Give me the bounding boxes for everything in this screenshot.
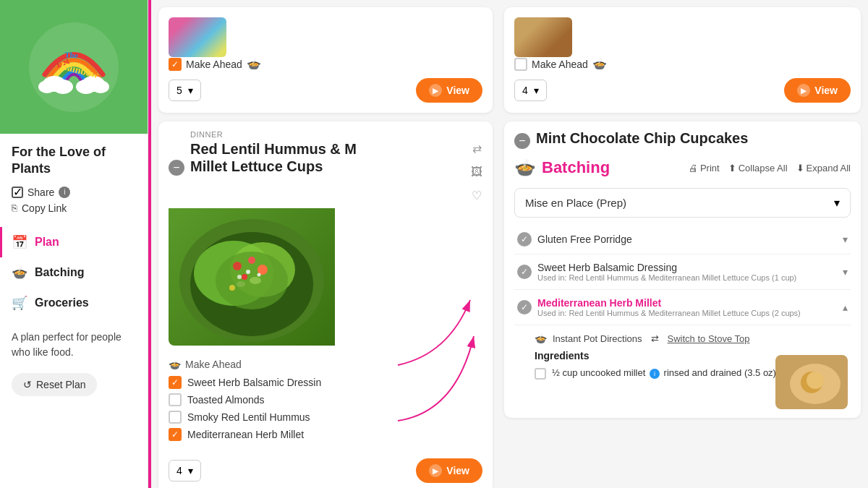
mint-cupcakes-card: − Mint Chocolate Chip Cupcakes 🍲 Batchin… bbox=[504, 121, 861, 418]
svg-point-20 bbox=[237, 281, 245, 287]
sweet-herb-section-left: ✓ Sweet Herb Balsamic Dressing Used in: … bbox=[517, 262, 796, 282]
nav-batching-label: Batching bbox=[35, 266, 84, 279]
print-label: Print bbox=[700, 163, 720, 174]
top-right-pot-icon: 🍲 bbox=[592, 57, 607, 71]
expand-label: Expand All bbox=[807, 163, 851, 174]
switch-stove-label[interactable]: Switch to Stove Top bbox=[668, 333, 750, 344]
med-herb-expand-icon: ▴ bbox=[843, 301, 848, 313]
expand-icon: ⬇ bbox=[796, 163, 804, 174]
dinner-view-label: View bbox=[446, 465, 469, 476]
expanded-thumb-area bbox=[535, 355, 848, 409]
ma-label-1: Toasted Almonds bbox=[187, 394, 265, 406]
sidebar-item-batching[interactable]: 🍲 Batching bbox=[0, 257, 136, 288]
top-left-view-button[interactable]: ▶ View bbox=[416, 78, 482, 103]
ma-check-2[interactable] bbox=[169, 411, 182, 424]
dinner-view-button[interactable]: ▶ View bbox=[416, 458, 482, 483]
svg-point-24 bbox=[229, 285, 235, 291]
top-right-view-label: View bbox=[814, 85, 838, 96]
top-right-view-button[interactable]: ▶ View bbox=[784, 78, 851, 103]
expand-action[interactable]: ⬇ Expand All bbox=[796, 163, 851, 174]
batching-header: 🍲 Batching 🖨 Print ⬆ Collapse All bbox=[514, 158, 851, 178]
print-icon: 🖨 bbox=[689, 163, 698, 174]
sweet-herb-label: Sweet Herb Balsamic Dressing bbox=[537, 262, 796, 273]
groceries-nav-icon: 🛒 bbox=[12, 295, 27, 311]
dinner-food-image bbox=[169, 208, 335, 346]
top-right-thumb bbox=[514, 17, 572, 57]
dinner-card: − Dinner Red Lentil Hummus & MMillet Let… bbox=[158, 121, 493, 488]
nav-plan-label: Plan bbox=[35, 236, 59, 249]
svg-point-16 bbox=[248, 257, 255, 264]
svg-point-15 bbox=[233, 262, 242, 270]
top-left-view-label: View bbox=[446, 85, 469, 96]
page-wrapper: Eat The Rainbow For the Love of Plants ✓… bbox=[0, 0, 868, 488]
dinner-dropdown-icon: ▾ bbox=[188, 465, 193, 476]
heart-icon[interactable]: ♡ bbox=[472, 189, 482, 202]
view-btn-icon: ▶ bbox=[429, 84, 442, 97]
ma-check-1[interactable] bbox=[169, 393, 182, 406]
med-herb-check: ✓ bbox=[517, 300, 532, 314]
med-herb-sub: Used in: Red Lentil Hummus & Mediterrane… bbox=[537, 309, 801, 317]
gluten-free-label: Gluten Free Porridge bbox=[537, 234, 632, 245]
top-right-make-ahead-check[interactable] bbox=[514, 58, 527, 71]
top-right-view-icon: ▶ bbox=[797, 84, 810, 97]
collapse-label: Collapse All bbox=[739, 163, 788, 174]
gluten-free-check: ✓ bbox=[517, 232, 532, 247]
dinner-servings-select[interactable]: 4 ▾ bbox=[169, 460, 201, 481]
top-right-servings-select[interactable]: 4 ▾ bbox=[514, 80, 547, 101]
nav-groceries-label: Groceries bbox=[35, 296, 89, 309]
mint-card-header-row: − Mint Chocolate Chip Cupcakes bbox=[504, 121, 861, 149]
dinner-view-btn-icon: ▶ bbox=[429, 464, 442, 477]
dinner-card-header: − Dinner Red Lentil Hummus & MMillet Let… bbox=[158, 121, 493, 202]
share-checkbox[interactable]: ✓ bbox=[12, 187, 23, 198]
pot-icon: 🍲 bbox=[247, 57, 261, 71]
swap-icon[interactable]: ⇄ bbox=[472, 142, 482, 155]
collapse-action[interactable]: ⬆ Collapse All bbox=[728, 163, 788, 174]
copy-link-row[interactable]: ⎘ Copy Link bbox=[12, 202, 136, 214]
reset-plan-button[interactable]: ↺ Reset Plan bbox=[12, 373, 97, 396]
reset-icon: ↺ bbox=[23, 379, 32, 390]
ma-label-3: Mediterranean Herb Millet bbox=[187, 429, 304, 440]
med-herb-expanded: 🍲 Instant Pot Directions ⇄ Switch to Sto… bbox=[514, 325, 851, 409]
plan-icon: 📅 bbox=[12, 234, 27, 250]
med-herb-section-row[interactable]: ✓ Mediterranean Herb Millet Used in: Red… bbox=[514, 290, 851, 325]
sweet-herb-section-row[interactable]: ✓ Sweet Herb Balsamic Dressing Used in: … bbox=[514, 254, 851, 290]
svg-point-19 bbox=[250, 277, 261, 284]
print-action[interactable]: 🖨 Print bbox=[689, 163, 720, 174]
image-icon[interactable]: 🖼 bbox=[471, 166, 482, 179]
make-ahead-item-0: ✓ Sweet Herb Balsamic Dressin bbox=[169, 376, 482, 389]
remove-dinner-button[interactable]: − bbox=[169, 160, 184, 176]
ma-check-0[interactable]: ✓ bbox=[169, 376, 182, 389]
mise-en-place-dropdown[interactable]: Mise en Place (Prep) ▾ bbox=[514, 188, 851, 218]
ma-check-3[interactable]: ✓ bbox=[169, 428, 182, 441]
top-left-servings-select[interactable]: 5 ▾ bbox=[169, 80, 201, 101]
left-column: ✓ Make Ahead 🍲 5 ▾ ▶ View − bbox=[151, 0, 498, 488]
batching-section: 🍲 Batching 🖨 Print ⬆ Collapse All bbox=[504, 149, 861, 418]
top-left-make-ahead-row: ✓ Make Ahead 🍲 bbox=[169, 57, 482, 71]
svg-text:The: The bbox=[64, 50, 78, 60]
mint-card-title: Mint Chocolate Chip Cupcakes bbox=[536, 130, 851, 147]
dinner-card-bottom: 4 ▾ ▶ View bbox=[158, 453, 493, 488]
batching-actions: 🖨 Print ⬆ Collapse All ⬇ Expand All bbox=[689, 163, 851, 174]
sidebar-item-plan[interactable]: 📅 Plan bbox=[0, 227, 136, 257]
info-icon: i bbox=[59, 187, 70, 198]
ma-label-2: Smoky Red Lentil Hummus bbox=[187, 411, 310, 423]
svg-point-21 bbox=[246, 270, 250, 274]
make-ahead-checked-icon[interactable]: ✓ bbox=[169, 58, 182, 71]
svg-point-3 bbox=[53, 80, 73, 94]
dinner-meal-name: Red Lentil Hummus & MMillet Lettuce Cups bbox=[190, 140, 467, 175]
collapse-icon: ⬆ bbox=[728, 163, 736, 174]
sweet-herb-sub: Used in: Red Lentil Hummus & Mediterrane… bbox=[537, 273, 796, 282]
top-left-card: ✓ Make Ahead 🍲 5 ▾ ▶ View bbox=[158, 7, 493, 113]
make-ahead-items-title: 🍲 Make Ahead bbox=[169, 359, 482, 370]
wooden-food-image bbox=[514, 17, 572, 57]
sidebar-item-groceries[interactable]: 🛒 Groceries bbox=[0, 288, 136, 318]
make-ahead-item-1: Toasted Almonds bbox=[169, 393, 482, 406]
top-left-card-thumb bbox=[169, 17, 226, 57]
make-ahead-items-section: 🍲 Make Ahead ✓ Sweet Herb Balsamic Dress… bbox=[158, 351, 493, 453]
svg-point-22 bbox=[258, 273, 261, 277]
top-right-dropdown-icon: ▾ bbox=[534, 85, 539, 96]
ma-label-0: Sweet Herb Balsamic Dressin bbox=[187, 377, 321, 388]
remove-mint-button[interactable]: − bbox=[514, 133, 530, 149]
top-left-card-header bbox=[169, 17, 482, 57]
gluten-free-section-row[interactable]: ✓ Gluten Free Porridge ▾ bbox=[514, 225, 851, 254]
